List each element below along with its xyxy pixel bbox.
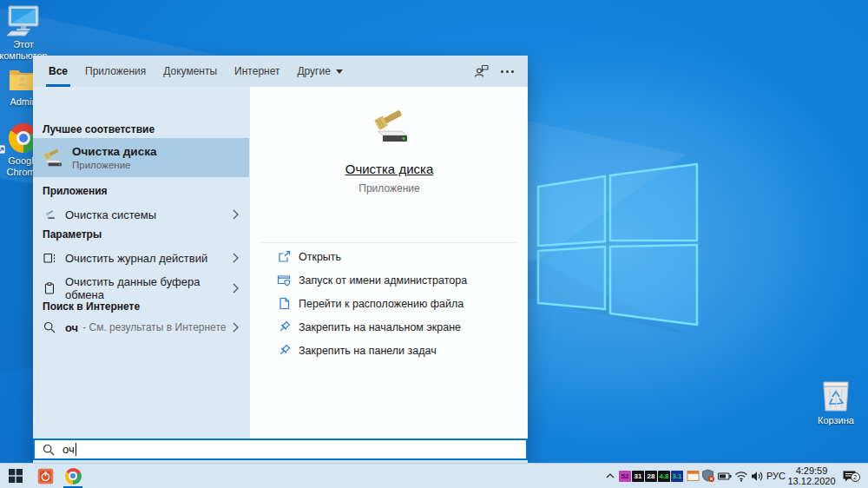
chevron-right-icon — [233, 322, 239, 333]
result-best-match-disk-cleanup[interactable]: Очистка диска Приложение — [33, 138, 249, 177]
action-pin-to-taskbar[interactable]: Закрепить на панели задач — [250, 340, 529, 361]
detail-title-link[interactable]: Очистка диска — [250, 162, 529, 176]
tab-label: Приложения — [85, 65, 146, 77]
shortcut-arrow-icon — [0, 145, 5, 154]
chevron-right-icon — [233, 253, 239, 263]
result-label: Очистка системы — [65, 208, 156, 221]
tray-show-hidden-button[interactable] — [602, 464, 618, 488]
section-header-settings: Параметры — [43, 228, 102, 241]
action-pin-to-start[interactable]: Закрепить на начальном экране — [250, 316, 529, 338]
taskbar-app-chrome[interactable] — [61, 464, 85, 488]
tray-language-indicator[interactable]: РУС — [765, 464, 787, 488]
tab-label: Интернет — [234, 65, 279, 77]
windows-desktop: Этот компьютер Admin Google Chrome — [0, 0, 868, 488]
open-icon — [277, 250, 291, 263]
section-header-best-match: Лучшее соответствие — [43, 123, 155, 135]
feedback-button[interactable] — [474, 64, 489, 78]
admin-shield-icon — [277, 274, 291, 287]
detail-subtitle: Приложение — [250, 182, 529, 195]
divider — [261, 242, 516, 243]
desktop-icon-this-pc[interactable]: Этот компьютер — [0, 5, 49, 62]
pin-icon — [277, 320, 291, 333]
this-pc-icon — [0, 5, 49, 36]
tab-web[interactable]: Интернет — [226, 56, 288, 87]
monitor-value: 4.8 — [658, 471, 670, 482]
tab-label: Другие — [297, 65, 330, 77]
result-clear-clipboard[interactable]: Очистить данные буфера обмена — [33, 277, 249, 300]
action-center-button[interactable]: 2 — [838, 464, 859, 488]
notification-count-badge: 2 — [851, 472, 860, 482]
power-app-icon — [37, 468, 54, 485]
tab-all[interactable]: Все — [40, 56, 76, 87]
web-search-query: оч — [65, 321, 78, 334]
tab-label: Документы — [163, 65, 217, 77]
pin-icon — [277, 344, 291, 357]
result-subtitle: Приложение — [72, 160, 156, 170]
disk-cleanup-icon-large — [250, 106, 529, 148]
disk-cleanup-icon — [41, 147, 63, 169]
tab-apps[interactable]: Приложения — [76, 56, 155, 87]
result-clear-activity-history[interactable]: Очистить журнал действий — [33, 247, 249, 269]
action-label: Закрепить на начальном экране — [299, 321, 461, 333]
wifi-icon — [734, 471, 748, 482]
more-options-button[interactable] — [501, 70, 514, 73]
system-cleanup-app-icon — [43, 209, 56, 221]
result-title: Очистка диска — [72, 145, 156, 158]
desktop-icon-label: Корзина — [818, 415, 854, 425]
tray-app-window[interactable] — [685, 464, 700, 488]
search-filter-tabbar: Все Приложения Документы Интернет Другие — [33, 56, 528, 87]
windows-start-icon — [9, 469, 23, 483]
dropdown-arrow-icon — [336, 69, 343, 74]
tray-volume[interactable] — [749, 464, 765, 488]
clipboard-icon — [43, 282, 56, 294]
action-run-as-admin[interactable]: Запуск от имени администратора — [250, 269, 529, 291]
start-button[interactable] — [3, 464, 28, 488]
tray-security-alert[interactable] — [700, 464, 716, 488]
clock-date: 13.12.2020 — [787, 476, 835, 486]
chevron-right-icon — [233, 283, 239, 293]
tray-monitor-badge-1[interactable]: 52 — [619, 464, 631, 488]
window-app-tray-icon — [687, 470, 700, 482]
result-label: Очистить данные буфера обмена — [65, 275, 233, 301]
tab-documents[interactable]: Документы — [155, 56, 226, 87]
tray-monitor-badge-3[interactable]: 28 — [645, 464, 657, 488]
desktop-icon-recycle-bin[interactable]: Корзина — [810, 378, 862, 426]
tray-monitor-badge-4[interactable]: 4.8 — [658, 464, 670, 488]
speaker-icon — [751, 471, 764, 482]
security-shield-alert-icon — [701, 469, 715, 483]
result-system-cleanup[interactable]: Очистка системы — [33, 203, 249, 226]
tray-battery[interactable] — [717, 464, 733, 488]
action-open[interactable]: Открыть — [250, 246, 529, 267]
tray-monitor-badge-5[interactable]: 3.1 — [671, 464, 683, 488]
action-label: Перейти к расположению файла — [299, 298, 464, 310]
taskbar-app-power-utility[interactable] — [33, 464, 57, 488]
action-label: Закрепить на панели задач — [299, 345, 437, 357]
chevron-right-icon — [233, 209, 239, 220]
action-label: Запуск от имени администратора — [299, 274, 467, 287]
battery-icon — [718, 472, 732, 481]
text-caret — [76, 443, 76, 456]
search-icon — [43, 321, 56, 333]
chevron-up-icon — [606, 473, 615, 478]
action-open-file-location[interactable]: Перейти к расположению файла — [250, 293, 529, 314]
search-input-value: оч — [62, 443, 75, 456]
section-header-apps: Приложения — [43, 185, 108, 197]
file-location-icon — [277, 297, 291, 310]
tray-clock[interactable]: 4:29:59 13.12.2020 — [786, 464, 838, 488]
result-web-search[interactable]: оч - См. результаты в Интернете — [33, 316, 249, 339]
tray-monitor-badge-2[interactable]: 31 — [632, 464, 644, 488]
activity-history-icon — [43, 252, 56, 264]
clock-time: 4:29:59 — [787, 465, 835, 476]
search-input[interactable]: оч — [33, 439, 528, 460]
monitor-value: 52 — [619, 471, 631, 482]
monitor-value: 3.1 — [671, 471, 683, 482]
action-label: Открыть — [299, 251, 341, 263]
search-results-list: Лучшее соответствие — [33, 87, 249, 439]
taskbar: 52 31 28 4.8 3.1 — [0, 463, 868, 488]
chrome-icon — [65, 468, 82, 485]
search-icon — [43, 444, 55, 456]
recycle-bin-icon — [810, 378, 862, 412]
tray-network[interactable] — [733, 464, 749, 488]
monitor-value: 28 — [645, 471, 657, 482]
tab-more[interactable]: Другие — [288, 56, 351, 87]
